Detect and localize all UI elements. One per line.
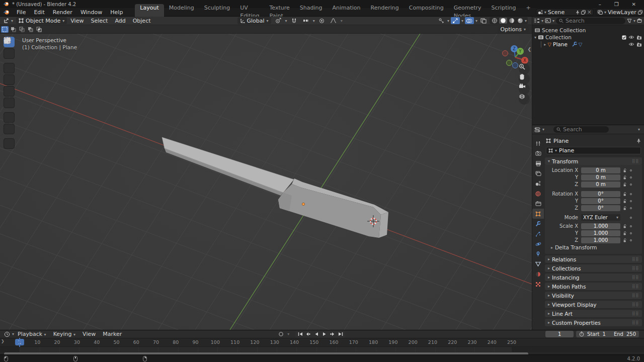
animate-dot[interactable] bbox=[630, 193, 632, 195]
tab-object[interactable] bbox=[532, 209, 544, 219]
stopwatch-icon[interactable] bbox=[579, 331, 584, 337]
transform-panel-header[interactable]: ▾ Transform ⣿⣿ bbox=[545, 157, 642, 165]
shading-wireframe-button[interactable] bbox=[491, 18, 499, 24]
timeline-ruler[interactable]: 1 10203040506070809010011012013014015016… bbox=[0, 338, 644, 347]
zoom-view-button[interactable] bbox=[519, 63, 530, 74]
maximize-button[interactable]: ❐ bbox=[614, 2, 619, 7]
tab-constraints[interactable] bbox=[532, 249, 544, 259]
tab-particles[interactable] bbox=[532, 229, 544, 239]
menu-file[interactable]: File bbox=[13, 8, 30, 17]
tab-modifiers[interactable] bbox=[532, 219, 544, 229]
tab-output[interactable] bbox=[532, 158, 544, 168]
section-header-instancing[interactable]: ▸Instancing⣿⣿ bbox=[545, 274, 642, 281]
delta-transform-header[interactable]: ▸ Delta Transform bbox=[545, 244, 642, 251]
lock-icon[interactable] bbox=[623, 192, 627, 197]
viewport-menu-select[interactable]: Select bbox=[87, 18, 111, 24]
tool-move[interactable] bbox=[4, 63, 15, 73]
section-header-custom-properties[interactable]: ▸Custom Properties⣿⣿ bbox=[545, 319, 642, 326]
properties-search-input[interactable]: Search bbox=[553, 126, 609, 133]
tool-rotate[interactable] bbox=[4, 74, 15, 85]
transform-value-field[interactable]: 0 m bbox=[581, 182, 620, 188]
play-button[interactable] bbox=[320, 331, 328, 337]
xray-toggle[interactable] bbox=[479, 17, 488, 24]
start-value[interactable]: 1 bbox=[603, 331, 606, 337]
checkbox-icon[interactable] bbox=[622, 35, 626, 40]
pivot-point-selector[interactable] bbox=[274, 17, 283, 24]
timeline-menu-keying[interactable]: Keying ▾ bbox=[50, 331, 79, 337]
timeline-menu-view[interactable]: View bbox=[79, 331, 99, 337]
outliner-row-plane[interactable]: │ ▸ ▽ Plane ▽ bbox=[532, 41, 644, 48]
menu-edit[interactable]: Edit bbox=[30, 8, 48, 17]
select-mode-intersect-button[interactable] bbox=[35, 26, 43, 33]
viewport-canvas[interactable]: User Perspective (1) Collection | Plane bbox=[0, 34, 532, 330]
animate-dot[interactable] bbox=[630, 239, 632, 241]
sidebar-toggle-arrow[interactable]: ❮ bbox=[527, 47, 531, 52]
shading-solid-button[interactable] bbox=[499, 18, 507, 24]
tab-scene[interactable] bbox=[532, 178, 544, 189]
expand-arrow-icon[interactable]: ▸ bbox=[544, 42, 546, 47]
select-mode-extend-button[interactable] bbox=[10, 26, 17, 33]
render-camera-icon[interactable] bbox=[636, 42, 642, 47]
animate-dot[interactable] bbox=[630, 200, 632, 202]
mode-selector[interactable]: Object Mode ▾ bbox=[16, 17, 67, 24]
orthographic-toggle-button[interactable] bbox=[519, 94, 530, 105]
animate-dot[interactable] bbox=[630, 184, 632, 186]
animate-dot[interactable] bbox=[630, 232, 632, 234]
filter-icon[interactable] bbox=[627, 19, 632, 23]
scene-name[interactable]: Scene bbox=[548, 9, 574, 16]
lock-icon[interactable] bbox=[623, 182, 627, 187]
section-header-viewport-display[interactable]: ▸Viewport Display⣿⣿ bbox=[545, 301, 642, 308]
object-name-value[interactable]: Plane bbox=[559, 147, 574, 154]
outliner-filter-id-type[interactable] bbox=[545, 18, 551, 23]
blender-menu-icon[interactable] bbox=[0, 10, 13, 15]
menu-help[interactable]: Help bbox=[106, 8, 127, 17]
tab-collection-props[interactable] bbox=[532, 199, 544, 209]
viewport-menu-view[interactable]: View bbox=[67, 18, 87, 24]
shading-material-button[interactable] bbox=[508, 18, 516, 24]
gizmo-axis-neg-y[interactable] bbox=[507, 60, 512, 66]
transform-value-field[interactable]: 0° bbox=[581, 198, 620, 204]
tab-view-layer[interactable] bbox=[532, 168, 544, 178]
menu-window[interactable]: Window bbox=[76, 8, 106, 17]
transform-value-field[interactable]: 1.000 bbox=[581, 237, 620, 243]
scene-selector[interactable]: ▾ Scene ✕ bbox=[536, 9, 594, 16]
transform-value-field[interactable]: 1.000 bbox=[581, 230, 620, 236]
tab-physics[interactable] bbox=[532, 239, 544, 249]
end-value[interactable]: 250 bbox=[626, 331, 636, 337]
tool-cursor[interactable] bbox=[4, 48, 15, 59]
outliner-row-scene-collection[interactable]: Scene Collection bbox=[532, 27, 644, 34]
select-mode-invert-button[interactable] bbox=[27, 26, 34, 33]
eye-icon[interactable] bbox=[628, 42, 634, 46]
transform-value-field[interactable]: 1.000 bbox=[581, 223, 620, 229]
show-overlays-toggle[interactable] bbox=[465, 17, 474, 24]
lock-icon[interactable] bbox=[623, 231, 627, 236]
knife-object[interactable] bbox=[162, 137, 388, 238]
section-header-line-art[interactable]: ▸Line Art⣿⣿ bbox=[545, 310, 642, 317]
tab-object-data[interactable] bbox=[532, 259, 544, 269]
properties-options-dropdown[interactable]: ▾ bbox=[638, 127, 642, 132]
timeline-editor-icon[interactable] bbox=[2, 331, 12, 337]
options-button[interactable]: Options ▾ bbox=[498, 26, 529, 33]
show-object-types-selector[interactable] bbox=[437, 17, 446, 24]
tool-measure[interactable] bbox=[4, 124, 15, 134]
section-header-motion-paths[interactable]: ▸Motion Paths⣿⣿ bbox=[545, 283, 642, 290]
animate-dot[interactable] bbox=[630, 176, 632, 178]
collapse-arrow-icon[interactable]: ▾ bbox=[534, 35, 536, 40]
viewlayer-selector[interactable]: ▾ ViewLayer bbox=[596, 9, 644, 16]
outliner-row-collection[interactable]: ▾ Collection bbox=[532, 34, 644, 41]
select-mode-set-button[interactable] bbox=[1, 26, 9, 33]
transform-value-field[interactable]: 0 m bbox=[581, 174, 620, 180]
eye-icon[interactable] bbox=[628, 35, 634, 39]
tab-texture[interactable] bbox=[532, 279, 544, 289]
tab-render[interactable] bbox=[532, 148, 544, 158]
pin-icon[interactable] bbox=[576, 10, 580, 15]
menu-render[interactable]: Render bbox=[49, 8, 76, 17]
transform-value-field[interactable]: 0 m bbox=[581, 167, 620, 173]
outliner-search-input[interactable]: Search bbox=[556, 18, 625, 24]
next-keyframe-button[interactable] bbox=[329, 331, 336, 337]
lock-icon[interactable] bbox=[623, 199, 627, 204]
transform-value-field[interactable]: 0° bbox=[581, 205, 620, 211]
tab-material[interactable] bbox=[532, 269, 544, 279]
current-frame-field[interactable]: 1 bbox=[545, 331, 574, 337]
tool-transform[interactable] bbox=[4, 98, 15, 108]
